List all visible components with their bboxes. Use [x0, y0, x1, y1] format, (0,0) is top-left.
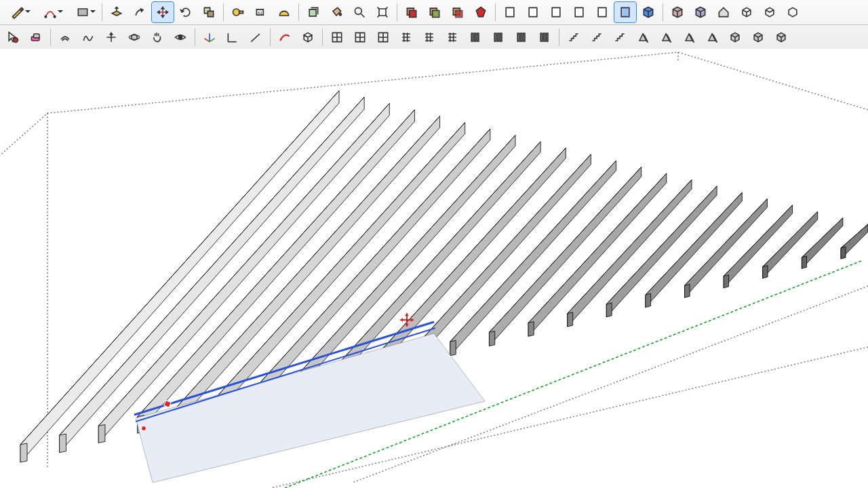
svg-marker-119	[763, 211, 818, 279]
style-c[interactable]	[545, 1, 568, 23]
svg-rect-60	[543, 33, 545, 41]
iso-view[interactable]	[296, 26, 319, 48]
plugin-g[interactable]	[464, 26, 487, 48]
cube-icon	[728, 30, 742, 44]
svg-marker-7	[166, 11, 168, 13]
plugin-t[interactable]	[770, 26, 793, 48]
tape-measure-tool[interactable]	[226, 1, 250, 23]
svg-marker-101	[528, 174, 667, 337]
dimension-tool[interactable]: A1	[250, 1, 273, 23]
intersect-tool[interactable]	[151, 1, 174, 23]
svg-point-17	[355, 7, 361, 14]
style-f[interactable]	[614, 1, 637, 23]
style-b[interactable]	[521, 1, 545, 23]
svg-marker-134	[405, 313, 409, 316]
zoom-tool[interactable]	[348, 1, 371, 23]
camera-views-b[interactable]	[758, 1, 781, 23]
followme-tool[interactable]	[128, 1, 151, 23]
zoom-extents[interactable]	[371, 1, 394, 23]
move-tool[interactable]	[100, 26, 123, 48]
extents-icon	[376, 5, 389, 19]
plank	[763, 211, 818, 279]
style-d[interactable]	[568, 1, 591, 23]
plugin-k[interactable]	[562, 26, 585, 48]
3d-warehouse[interactable]	[666, 1, 689, 23]
svg-marker-4	[161, 7, 163, 9]
plugin-j[interactable]	[533, 26, 556, 48]
plugin-d[interactable]	[395, 26, 418, 48]
plugin-c[interactable]	[372, 26, 395, 48]
section-tool[interactable]	[273, 26, 296, 48]
axes-tool[interactable]	[198, 26, 221, 48]
rotate-tool[interactable]	[174, 1, 197, 23]
plugin-h[interactable]	[487, 26, 510, 48]
svg-marker-63	[20, 443, 27, 462]
plugin-r[interactable]	[724, 26, 747, 48]
svg-line-43	[210, 39, 215, 42]
toolbar-separator	[270, 28, 271, 46]
svg-rect-21	[410, 11, 416, 18]
shape-tool-dd[interactable]	[66, 1, 99, 23]
camera-views-c[interactable]	[781, 1, 804, 23]
plugin-q[interactable]	[701, 26, 724, 48]
plugin-e[interactable]	[418, 26, 441, 48]
plugin-m[interactable]	[608, 26, 631, 48]
plugin-p[interactable]	[677, 26, 701, 48]
plugin-a[interactable]	[326, 26, 349, 48]
pushpull-tool[interactable]	[105, 1, 128, 23]
axes-icon	[203, 30, 216, 44]
make-component[interactable]	[302, 1, 325, 23]
style-e[interactable]	[591, 1, 614, 23]
plugin-o[interactable]	[654, 26, 677, 48]
axis-lock-a[interactable]	[221, 26, 244, 48]
paint-bucket-tool[interactable]	[325, 1, 348, 23]
plugin-l[interactable]	[585, 26, 608, 48]
svg-line-18	[361, 14, 365, 18]
cube-icon	[751, 30, 765, 44]
style-g[interactable]	[637, 1, 660, 23]
protractor-tool[interactable]	[273, 1, 296, 23]
freehand-tool[interactable]	[77, 26, 100, 48]
orbit-tool[interactable]	[123, 26, 146, 48]
toolbar-separator	[397, 3, 397, 21]
pan-tool[interactable]	[146, 26, 169, 48]
svg-point-1	[54, 16, 56, 17]
svg-marker-3	[141, 9, 143, 12]
svg-point-0	[45, 16, 47, 17]
select-tool[interactable]	[1, 26, 24, 48]
svg-rect-19	[379, 9, 386, 16]
grid-icon	[330, 30, 344, 44]
3d-viewport[interactable]	[0, 49, 868, 488]
page-icon	[595, 5, 609, 19]
style-a[interactable]	[498, 1, 521, 23]
materials-toggle[interactable]	[446, 1, 469, 23]
look-around-tool[interactable]	[169, 26, 192, 48]
mesh-icon	[399, 30, 413, 44]
plugin-i[interactable]	[510, 26, 533, 48]
home-view[interactable]	[712, 1, 735, 23]
svg-marker-5	[161, 16, 163, 18]
line-tool-dd[interactable]	[1, 1, 34, 23]
plugin-b[interactable]	[349, 26, 372, 48]
orbit-icon	[127, 30, 141, 44]
plank	[841, 224, 868, 259]
bars-icon	[515, 30, 528, 44]
outliner-toggle[interactable]	[400, 1, 423, 23]
page-icon	[572, 5, 586, 19]
plugin-f[interactable]	[441, 26, 464, 48]
svg-rect-28	[529, 7, 537, 16]
styles-toggle[interactable]	[469, 1, 492, 23]
svg-rect-58	[524, 33, 526, 41]
components-toggle[interactable]	[423, 1, 446, 23]
camera-views-a[interactable]	[735, 1, 758, 23]
box-lines-c-icon	[786, 5, 800, 19]
offset-tool[interactable]	[54, 26, 77, 48]
plugin-s[interactable]	[747, 26, 770, 48]
eraser-tool[interactable]	[24, 26, 47, 48]
scale-tool[interactable]	[197, 1, 220, 23]
axis-lock-b[interactable]	[244, 26, 267, 48]
prism-icon	[682, 30, 696, 44]
arc-tool-dd[interactable]	[34, 1, 66, 23]
plugin-n[interactable]	[631, 26, 654, 48]
extension-warehouse[interactable]	[689, 1, 712, 23]
